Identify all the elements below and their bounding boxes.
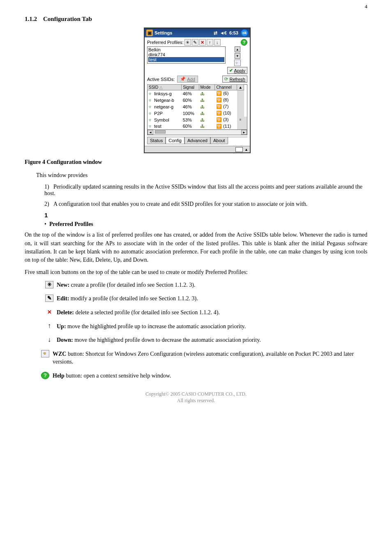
window-title: Settings: [154, 30, 214, 35]
table-row[interactable]: ᯤ Symbol53%🖧🛜 (3): [148, 117, 247, 123]
icon-definition-wzc: ᯤ WZC button: Shortcut for Windows Zero …: [41, 350, 367, 366]
preferred-profiles-heading: • Preferred Profiles: [44, 221, 367, 228]
app-icon: ▣: [146, 30, 153, 36]
edit-icon: ✎: [45, 295, 53, 302]
channel-icon: 🛜: [216, 111, 222, 115]
sort-indicator-icon: △: [159, 85, 163, 90]
apply-button[interactable]: ✔Apply: [227, 67, 247, 74]
icon-definition-edit: ✎ Edit: modify a profile (for detailed i…: [45, 295, 367, 303]
edit-icon[interactable]: ✎: [192, 39, 198, 46]
table-row[interactable]: ᯤ test60%🖧🛜 (11): [148, 123, 247, 130]
col-ssid[interactable]: SSID △: [148, 85, 182, 90]
new-icon: ✳: [45, 281, 53, 288]
pin-icon: 📌: [180, 76, 186, 82]
active-ssids-label: Active SSIDs:: [147, 77, 175, 82]
wifi-icon: ᯤ: [149, 98, 153, 103]
section-title: Configuration Tab: [43, 16, 92, 22]
active-ssids-table[interactable]: SSID △ Signal Mode Channel ▲ ᯤ linksys-g…: [147, 84, 247, 130]
wzc-button[interactable]: ᯤ: [234, 60, 241, 66]
tab-about[interactable]: About: [210, 137, 228, 144]
mode-icon: 🖧: [200, 111, 205, 116]
tab-config[interactable]: Config: [166, 137, 184, 144]
copyright-line2: All rights reserved.: [25, 397, 367, 404]
wzc-icon: ᯤ: [41, 350, 49, 357]
refresh-icon: ⟳: [224, 76, 228, 82]
table-row[interactable]: ᯤ Netgear-b60%🖧🛜 (8): [148, 97, 247, 104]
list-item: 1)Periodically updated scanning results …: [44, 184, 367, 197]
col-signal[interactable]: Signal: [182, 85, 199, 90]
figure-caption: Figure 4 Configuration window: [25, 159, 367, 166]
new-icon[interactable]: ✳: [184, 39, 191, 46]
delete-icon[interactable]: ✕: [199, 39, 206, 46]
scroll-track[interactable]: [153, 130, 241, 135]
scroll-up-button[interactable]: ▲: [235, 46, 240, 52]
preferred-profiles-label: Preferred Profiles:: [147, 40, 184, 45]
help-icon: ?: [41, 372, 49, 379]
down-icon[interactable]: ↓: [214, 39, 221, 46]
section-heading: 1.1.2 Configuration Tab: [25, 16, 367, 23]
numbered-marker: 1: [44, 212, 367, 219]
icon-definition-new: ✳ New: create a profile (for detailed in…: [45, 281, 367, 289]
delete-icon: ✕: [45, 309, 53, 316]
tab-advanced[interactable]: Advanced: [184, 137, 210, 144]
profile-item[interactable]: dlink774: [148, 52, 224, 57]
down-icon: ↓: [45, 336, 53, 343]
refresh-button[interactable]: ⟳Refresh: [222, 76, 247, 83]
channel-icon: 🛜: [216, 104, 222, 109]
col-channel[interactable]: Channel: [215, 85, 237, 90]
preferred-para: On the top of the window is a list of pr…: [25, 231, 367, 264]
volume-icon: ◄€: [220, 30, 227, 35]
section-number: 1.1.2: [25, 16, 37, 22]
scroll-right-button[interactable]: ►: [241, 130, 247, 135]
mode-icon: 🖧: [200, 117, 205, 122]
channel-icon: 🛜: [216, 124, 222, 129]
intro-text: This window provides: [36, 171, 367, 180]
settings-window: ▣ Settings ⇄ ◄€ 6:53 ok Preferred Profil…: [144, 28, 251, 153]
add-button[interactable]: 📌Add: [177, 76, 198, 83]
mode-icon: 🖧: [200, 91, 205, 96]
col-mode[interactable]: Mode: [199, 85, 215, 90]
check-icon: ✔: [229, 68, 233, 73]
table-row[interactable]: ᯤ linksys-g46%🖧🛜 (6): [148, 90, 247, 97]
tab-bar: Status Config Advanced About: [147, 137, 247, 144]
list-item: 2)A configuration tool that enables you …: [44, 201, 367, 207]
wifi-icon: ᯤ: [149, 105, 153, 109]
mode-icon: 🖧: [200, 104, 205, 109]
up-icon: ↑: [45, 322, 53, 330]
wifi-icon: ᯤ: [149, 124, 153, 129]
scroll-down-button[interactable]: ▼: [235, 53, 240, 59]
wifi-icon: ᯤ: [149, 118, 153, 122]
wifi-icon: ᯤ: [149, 92, 153, 96]
icon-definition-up: ↑ Up: move the highlighted profile up to…: [45, 322, 367, 331]
channel-icon: 🛜: [216, 117, 222, 122]
mode-icon: 🖧: [200, 98, 205, 103]
tab-status[interactable]: Status: [147, 137, 166, 144]
sip-bar: ▲: [145, 146, 250, 152]
mode-icon: 🖧: [200, 124, 205, 129]
help-icon[interactable]: ?: [241, 39, 247, 46]
horizontal-scrollbar[interactable]: ◄ ►: [147, 130, 247, 135]
up-icon[interactable]: ↑: [207, 39, 213, 46]
keyboard-icon[interactable]: [235, 147, 243, 152]
profile-item[interactable]: Belkin: [148, 47, 224, 52]
ok-button[interactable]: ok: [241, 29, 248, 37]
copyright-line1: Copyright© 2005 CASIO COMPUTER CO., LTD.: [25, 391, 367, 398]
channel-icon: 🛜: [216, 91, 222, 96]
channel-icon: 🛜: [216, 97, 222, 102]
footer: Copyright© 2005 CASIO COMPUTER CO., LTD.…: [25, 391, 367, 405]
preferred-profiles-list[interactable]: Belkin dlink774 test: [147, 46, 226, 64]
page-number: 4: [365, 3, 368, 10]
clock: 6:53: [229, 30, 238, 35]
table-row[interactable]: ᯤ netgear-g46%🖧🛜 (7): [148, 104, 247, 110]
col-scroll[interactable]: ▲: [237, 85, 244, 90]
icon-definition-help: ? Help button: open a context sensitive …: [41, 372, 367, 380]
scroll-left-button[interactable]: ◄: [148, 130, 153, 135]
connectivity-icon: ⇄: [214, 30, 217, 36]
icon-definition-down: ↓ Down: move the highlighted profile dow…: [45, 336, 367, 344]
profile-item-selected[interactable]: test: [148, 57, 224, 62]
five-icons-intro: Five small icon buttons on the top of th…: [25, 268, 367, 276]
window-titlebar: ▣ Settings ⇄ ◄€ 6:53 ok: [145, 28, 250, 37]
sip-arrow-icon[interactable]: ▲: [244, 147, 248, 152]
table-row[interactable]: ᯤ P2P100%🖧🛜 (10)≡: [148, 110, 247, 117]
scroll-thumb[interactable]: [155, 130, 166, 134]
